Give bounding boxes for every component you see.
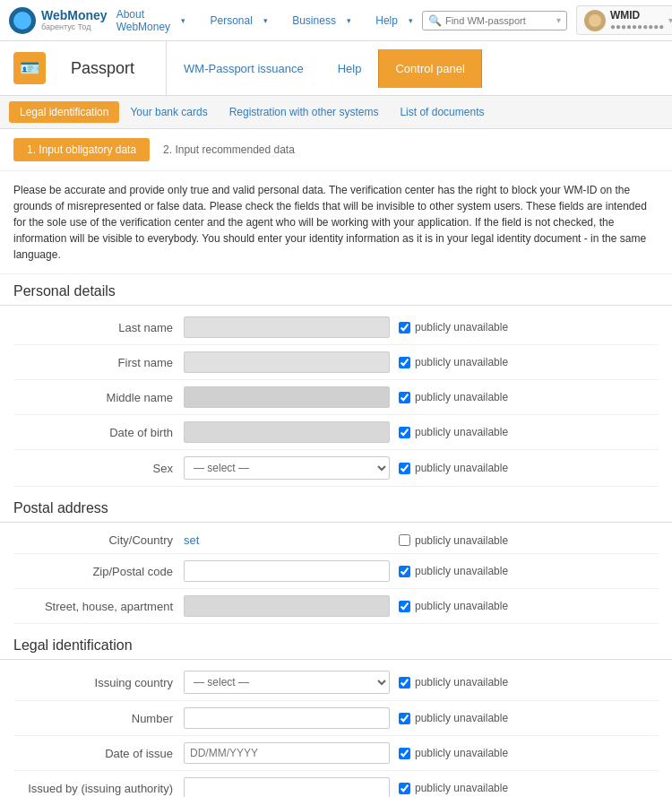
form-row-city: City/Country set publicly unavailable bbox=[13, 527, 659, 554]
check-label-issuing-country: publicly unavailable bbox=[415, 676, 508, 689]
wmid-area[interactable]: WMID ●●●●●●●●●● ▾ bbox=[576, 5, 672, 35]
issuing-country-select[interactable]: — select — bbox=[184, 671, 390, 694]
check-area-number: publicly unavailable bbox=[399, 712, 508, 724]
check-city[interactable] bbox=[399, 534, 410, 546]
check-label-middlename: publicly unavailable bbox=[415, 391, 508, 403]
check-zip[interactable] bbox=[399, 566, 410, 577]
nav-about-arrow: ▾ bbox=[181, 16, 185, 25]
nav-business[interactable]: Business bbox=[292, 14, 336, 27]
check-issued-by[interactable] bbox=[399, 783, 410, 794]
input-lastname bbox=[184, 316, 390, 338]
logo-text: WebMoney bbox=[41, 9, 108, 22]
check-label-issued-by: publicly unavailable bbox=[415, 782, 508, 794]
check-sex[interactable] bbox=[399, 463, 410, 474]
input-zip bbox=[184, 560, 390, 582]
check-area-middlename: publicly unavailable bbox=[399, 391, 508, 403]
lastname-field[interactable] bbox=[184, 316, 390, 338]
input-middlename bbox=[184, 386, 390, 408]
wmid-avatar-inner bbox=[589, 14, 601, 27]
date-issue-field[interactable] bbox=[184, 742, 390, 764]
nav-help-arrow: ▾ bbox=[409, 16, 413, 25]
check-label-dob: publicly unavailable bbox=[415, 426, 508, 438]
sub-nav-bank-cards[interactable]: Your bank cards bbox=[119, 101, 218, 123]
tab-control-panel[interactable]: Control panel bbox=[378, 49, 481, 88]
check-label-sex: publicly unavailable bbox=[415, 462, 508, 474]
number-field[interactable] bbox=[184, 707, 390, 729]
form-row-firstname: First name publicly unavailable bbox=[13, 345, 659, 380]
step-tab-2[interactable]: 2. Input recommended data bbox=[150, 138, 308, 161]
legal-id-section: Legal identification Issuing country — s… bbox=[0, 628, 672, 797]
wmid-dropdown-arrow[interactable]: ▾ bbox=[668, 15, 672, 25]
search-icon: 🔍 bbox=[428, 14, 442, 27]
check-number[interactable] bbox=[399, 713, 410, 724]
check-middlename[interactable] bbox=[399, 392, 410, 403]
check-street[interactable] bbox=[399, 601, 410, 612]
postal-address-section: Postal address City/Country set publicly… bbox=[0, 491, 672, 628]
input-issuing-country: — select — bbox=[184, 671, 390, 694]
check-area-date-issue: publicly unavailable bbox=[399, 747, 508, 759]
tab-wm-passport-issuance[interactable]: WM-Passport issuance bbox=[167, 49, 321, 88]
logo-text-area: WebMoney барентус Тод bbox=[41, 9, 108, 31]
label-zip: Zip/Postal code bbox=[13, 565, 184, 578]
step-tab-1[interactable]: 1. Input obligatory data bbox=[13, 138, 150, 161]
sub-nav-legal-id[interactable]: Legal identification bbox=[9, 101, 119, 123]
check-label-lastname: publicly unavailable bbox=[415, 321, 508, 334]
sub-nav: Legal identification Your bank cards Reg… bbox=[0, 96, 672, 129]
logo-sub: барентус Тод bbox=[41, 22, 108, 31]
check-label-date-issue: publicly unavailable bbox=[415, 747, 508, 759]
check-area-street: publicly unavailable bbox=[399, 600, 508, 612]
sub-nav-registration[interactable]: Registration with other systems bbox=[219, 101, 390, 123]
form-row-street: Street, house, apartment publicly unavai… bbox=[13, 589, 659, 624]
check-dob[interactable] bbox=[399, 427, 410, 438]
street-field[interactable] bbox=[184, 595, 390, 617]
form-row-date-issue: Date of issue publicly unavailable bbox=[13, 736, 659, 771]
check-firstname[interactable] bbox=[399, 357, 410, 368]
label-number: Number bbox=[13, 712, 184, 725]
input-city: set bbox=[184, 533, 390, 547]
wmid-number: ●●●●●●●●●● bbox=[610, 22, 664, 31]
check-area-firstname: publicly unavailable bbox=[399, 356, 508, 368]
search-input[interactable] bbox=[445, 15, 553, 26]
check-area-lastname: publicly unavailable bbox=[399, 321, 508, 334]
search-dropdown-arrow[interactable]: ▾ bbox=[556, 15, 561, 25]
check-label-number: publicly unavailable bbox=[415, 712, 508, 724]
firstname-field[interactable] bbox=[184, 351, 390, 373]
check-issuing-country[interactable] bbox=[399, 677, 410, 689]
issued-by-field[interactable] bbox=[184, 777, 390, 797]
sub-nav-documents[interactable]: List of documents bbox=[389, 101, 495, 123]
check-area-city: publicly unavailable bbox=[399, 534, 508, 547]
nav-help[interactable]: Help bbox=[375, 14, 398, 27]
check-label-city: publicly unavailable bbox=[415, 534, 508, 547]
legal-id-form: Issuing country — select — publicly unav… bbox=[0, 660, 672, 797]
info-text: Please be accurate and provide only true… bbox=[0, 171, 672, 274]
city-set-link[interactable]: set bbox=[184, 533, 199, 547]
input-issued-by bbox=[184, 777, 390, 797]
input-dob bbox=[184, 421, 390, 443]
check-area-dob: publicly unavailable bbox=[399, 426, 508, 438]
sex-select[interactable]: — select — Male Female bbox=[184, 456, 390, 480]
label-dob: Date of birth bbox=[13, 426, 184, 439]
top-nav: WebMoney барентус Тод About WebMoney▾ Pe… bbox=[0, 0, 672, 41]
dob-field[interactable] bbox=[184, 421, 390, 443]
label-lastname: Last name bbox=[13, 321, 184, 334]
passport-title: Passport bbox=[53, 59, 152, 78]
form-row-number: Number publicly unavailable bbox=[13, 701, 659, 736]
zip-field[interactable] bbox=[184, 560, 390, 582]
personal-details-title: Personal details bbox=[0, 274, 672, 306]
wmid-info: WMID ●●●●●●●●●● bbox=[610, 9, 664, 31]
middlename-field[interactable] bbox=[184, 386, 390, 408]
wmid-label: WMID bbox=[610, 9, 664, 22]
check-area-zip: publicly unavailable bbox=[399, 565, 508, 577]
check-date-issue[interactable] bbox=[399, 748, 410, 759]
personal-details-section: Personal details Last name publicly unav… bbox=[0, 274, 672, 491]
form-row-zip: Zip/Postal code publicly unavailable bbox=[13, 554, 659, 589]
check-lastname[interactable] bbox=[399, 322, 410, 334]
tab-help[interactable]: Help bbox=[321, 49, 379, 88]
check-area-issued-by: publicly unavailable bbox=[399, 782, 508, 794]
check-area-issuing-country: publicly unavailable bbox=[399, 676, 508, 689]
nav-about[interactable]: About WebMoney bbox=[116, 8, 170, 33]
form-row-middlename: Middle name publicly unavailable bbox=[13, 380, 659, 415]
input-firstname bbox=[184, 351, 390, 373]
form-row-issuing-country: Issuing country — select — publicly unav… bbox=[13, 664, 659, 701]
nav-personal[interactable]: Personal bbox=[210, 14, 252, 27]
